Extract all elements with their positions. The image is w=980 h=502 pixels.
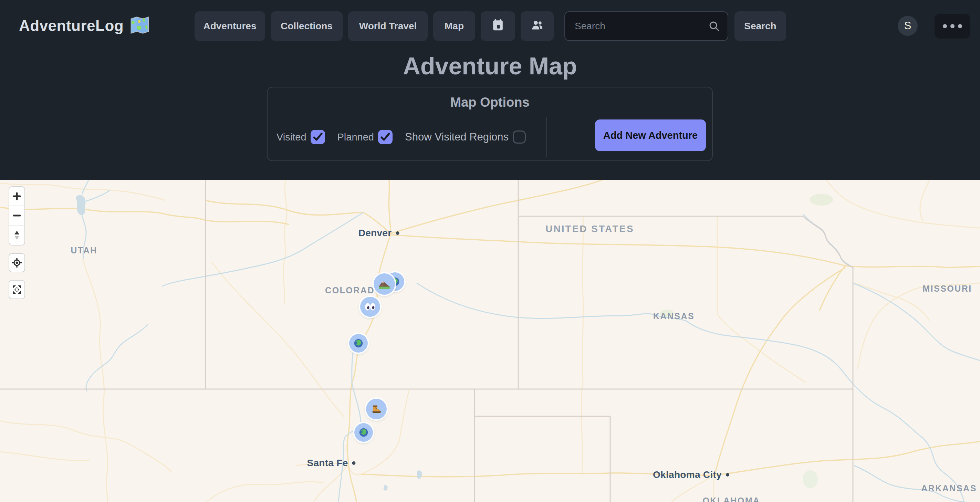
map-label-utah: UTAH [71, 246, 97, 256]
map-label-arkansas: ARKANSAS [921, 483, 977, 493]
eyes-adventure-marker[interactable] [360, 297, 380, 317]
city-dot [726, 473, 729, 477]
minus-icon [13, 211, 21, 220]
map-base-tiles [0, 180, 980, 502]
app-logo[interactable]: AdventureLog [19, 0, 150, 52]
zoom-out-button[interactable] [9, 206, 24, 226]
nav-map[interactable]: Map [433, 11, 475, 41]
fullscreen-button[interactable] [9, 280, 25, 299]
locate-button[interactable] [9, 253, 25, 272]
mountain-adventure-marker[interactable] [374, 273, 395, 295]
globe-adventure-marker[interactable] [354, 423, 373, 442]
hiking-boot-icon [370, 402, 383, 416]
page-title: Adventure Map [0, 52, 980, 80]
app-title: AdventureLog [19, 17, 124, 35]
avatar[interactable]: S [898, 16, 918, 36]
map-label-united-states: UNITED STATES [546, 224, 634, 235]
map-label-denver: Denver [358, 227, 399, 238]
map-label-missouri: MISSOURI [923, 284, 972, 294]
map-zoom-controls [9, 186, 25, 246]
main-nav: Adventures Collections World Travel Map [194, 11, 554, 41]
mountain-icon [378, 278, 391, 291]
map-label-oklahoma-city: Oklahoma City [653, 469, 729, 480]
city-dot [396, 231, 399, 235]
ellipsis-icon [943, 24, 947, 28]
nav-collections[interactable]: Collections [270, 11, 343, 41]
map-label-santa-fe: Santa Fe [307, 458, 355, 469]
pitch-arrows-icon [13, 230, 21, 240]
map-label-oklahoma: OKLAHOMA [702, 496, 760, 502]
adventure-map-canvas[interactable]: UTAHCOLORADOUNITED STATESKANSASMISSOURIA… [0, 180, 980, 502]
globe-icon [353, 337, 364, 349]
users-icon [531, 20, 543, 33]
map-options-card: Map Options Visited Planned Show Visited… [267, 87, 713, 161]
city-dot [352, 461, 356, 465]
search-field-wrap [565, 11, 728, 41]
show-visited-regions-checkbox[interactable] [513, 130, 526, 144]
globe-adventure-marker[interactable] [349, 334, 368, 353]
globe-icon [358, 427, 369, 438]
planned-label: Planned [337, 132, 374, 143]
search-button[interactable]: Search [735, 11, 786, 41]
add-new-adventure-button[interactable]: Add New Adventure [595, 119, 706, 151]
world-map-icon [130, 16, 150, 35]
visited-label: Visited [277, 132, 307, 143]
search-icon [708, 20, 720, 32]
expand-arrows-icon [12, 284, 22, 295]
zoom-in-button[interactable] [9, 187, 24, 206]
map-options-title: Map Options [267, 95, 712, 110]
search-input[interactable] [565, 11, 728, 41]
plus-icon [13, 192, 21, 201]
show-visited-regions-label: Show Visited Regions [405, 131, 509, 143]
navbar: AdventureLog Adventures Collections Worl… [0, 0, 980, 52]
planned-checkbox[interactable] [378, 130, 393, 144]
calendar-button[interactable] [481, 11, 515, 41]
options-divider [546, 117, 547, 157]
boot-adventure-marker[interactable] [366, 399, 387, 419]
nav-adventures[interactable]: Adventures [194, 11, 265, 41]
nav-world-travel[interactable]: World Travel [348, 11, 428, 41]
calendar-icon [492, 19, 504, 34]
map-label-kansas: KANSAS [653, 311, 695, 321]
gps-target-icon [12, 257, 22, 268]
overflow-menu-button[interactable] [935, 14, 970, 38]
tilt-button[interactable] [9, 226, 24, 245]
visited-checkbox[interactable] [310, 130, 325, 144]
eyes-icon [364, 301, 377, 313]
users-button[interactable] [521, 11, 554, 41]
